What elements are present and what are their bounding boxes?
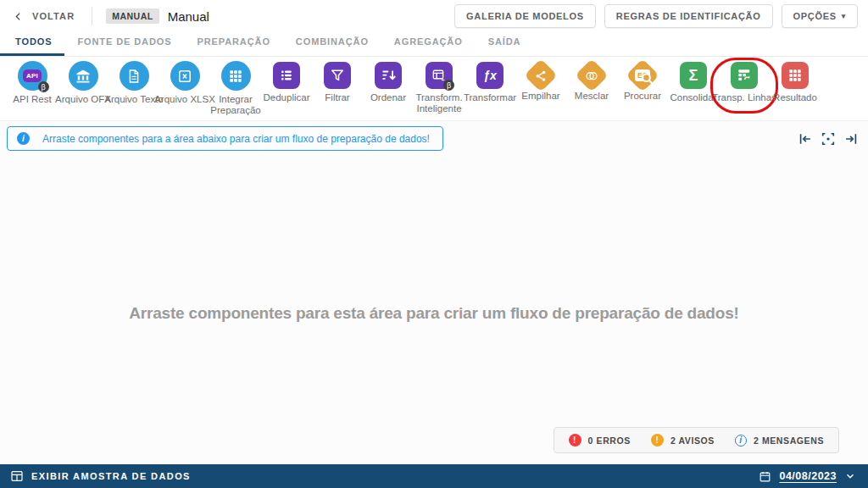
transpose-icon (731, 62, 758, 89)
tab-agregacao[interactable]: AGREGAÇÃO (381, 30, 476, 56)
smart-table-icon: β (426, 62, 453, 89)
tool-label: Procurar (624, 91, 661, 102)
info-icon: i (17, 132, 30, 145)
tool-label: Transform. Inteligente (413, 92, 465, 114)
xlsx-file-icon (170, 61, 200, 91)
status-bar: ! 0 ERROS ! 2 AVISOS i 2 MENSAGENS (554, 427, 839, 453)
tool-label: Empilhar (521, 91, 559, 102)
identification-rules-button[interactable]: REGRAS DE IDENTIFICAÇÃO (604, 4, 773, 28)
tool-mesclar[interactable]: Mesclar (566, 61, 617, 116)
tool-label: Resultado (773, 92, 817, 103)
calendar-icon (759, 470, 771, 483)
messages-label: 2 MENSAGENS (754, 435, 824, 446)
funnel-icon (324, 62, 351, 89)
tool-procurar[interactable]: EQ Procurar (617, 61, 668, 116)
tool-label: Mesclar (575, 91, 609, 102)
canvas-fit-controls (797, 130, 860, 147)
chevron-left-icon (14, 12, 23, 21)
errors-label: 0 ERROS (588, 435, 631, 446)
table-icon (10, 469, 24, 483)
warnings-status[interactable]: ! 2 AVISOS (651, 434, 715, 446)
info-row: i Arraste componentes para a área abaixo… (0, 121, 868, 155)
eq-chip-label: EQ (635, 69, 650, 81)
tool-label: Deduplicar (264, 92, 310, 103)
bottom-bar: EXIBIR AMOSTRA DE DADOS 04/08/2023 (0, 464, 868, 488)
caret-down-icon: ▾ (842, 12, 846, 20)
go-end-button[interactable] (843, 130, 860, 147)
back-button[interactable]: VOLTAR (8, 8, 80, 25)
component-toolbar: API β API Rest Arquivo OFX Arquivo Texto… (0, 57, 868, 121)
magnifier-icon (641, 72, 655, 86)
flow-canvas[interactable]: Arraste componentes para esta área para … (0, 155, 868, 464)
sigma-icon: Σ (680, 62, 707, 89)
tool-consolidar[interactable]: Σ Consolidar (668, 61, 719, 116)
tool-label: Arquivo OFX (55, 94, 111, 105)
date-selector: 04/08/2023 (759, 470, 856, 483)
show-data-sample-toggle[interactable]: EXIBIR AMOSTRA DE DADOS (10, 469, 191, 483)
stack-share-icon (524, 58, 558, 92)
fx-icon: ƒx (476, 62, 504, 89)
beta-badge: β (38, 81, 49, 92)
warning-icon: ! (651, 434, 664, 446)
tool-empilhar[interactable]: Empilhar (515, 61, 566, 116)
tool-resultado[interactable]: Resultado (770, 61, 821, 116)
tool-label: Filtrar (325, 92, 349, 103)
errors-status[interactable]: ! 0 ERROS (569, 434, 631, 446)
show-data-sample-label: EXIBIR AMOSTRA DE DADOS (31, 471, 191, 481)
tab-fonte-de-dados[interactable]: FONTE DE DADOS (64, 30, 184, 56)
tool-transform-inteligente[interactable]: β Transform. Inteligente (414, 61, 465, 116)
go-end-icon (843, 131, 859, 147)
api-chip-label: API (23, 69, 42, 82)
gallery-models-label: GALERIA DE MODELOS (466, 11, 584, 21)
app-root: VOLTAR MANUAL Manual GALERIA DE MODELOS … (0, 0, 868, 488)
tool-integrar-preparacao[interactable]: Integrar Preparação (210, 61, 261, 116)
sigma-glyph: Σ (689, 67, 698, 85)
tab-preparacao[interactable]: PREPARAÇÃO (184, 30, 282, 56)
tool-label: Transformar (464, 92, 516, 103)
tool-arquivo-texto[interactable]: Arquivo Texto (108, 61, 159, 116)
tab-saida[interactable]: SAÍDA (476, 30, 534, 56)
message-info-icon: i (735, 435, 747, 446)
messages-status[interactable]: i 2 MENSAGENS (735, 435, 824, 446)
tool-api-rest[interactable]: API β API Rest (7, 61, 58, 116)
back-label: VOLTAR (32, 11, 75, 21)
result-grid-icon (782, 62, 809, 89)
tool-transformar[interactable]: ƒx Transformar (465, 61, 515, 116)
tool-ordenar[interactable]: Ordenar (363, 61, 414, 116)
fx-glyph: ƒx (483, 69, 497, 82)
go-start-button[interactable] (797, 130, 814, 147)
tool-arquivo-xlsx[interactable]: Arquivo XLSX (159, 61, 210, 116)
sort-icon (375, 62, 402, 89)
page-title: Manual (168, 9, 209, 24)
merge-venn-icon (575, 58, 609, 92)
tab-todos[interactable]: TODOS (0, 30, 64, 56)
top-header: VOLTAR MANUAL Manual GALERIA DE MODELOS … (0, 0, 868, 30)
grid-icon (221, 61, 251, 91)
tab-combinacao[interactable]: COMBINAÇÃO (283, 30, 381, 56)
options-button[interactable]: OPÇÕES ▾ (782, 4, 859, 28)
bank-icon (69, 61, 98, 91)
tool-label: Integrar Preparação (209, 94, 262, 116)
mode-badge: MANUAL (106, 8, 159, 24)
info-banner: i Arraste componentes para a área abaixo… (7, 126, 443, 151)
tool-label: API Rest (13, 94, 51, 105)
tool-arquivo-ofx[interactable]: Arquivo OFX (58, 61, 108, 116)
tool-deduplicar[interactable]: Deduplicar (261, 61, 312, 116)
search-table-icon: EQ (626, 58, 659, 92)
beta-badge: β (443, 80, 454, 91)
fit-screen-button[interactable] (820, 130, 837, 147)
chevron-down-icon[interactable] (844, 470, 856, 482)
tool-transp-linhas[interactable]: Transp. Linhas (719, 61, 770, 116)
options-label: OPÇÕES (793, 11, 837, 21)
identification-rules-label: REGRAS DE IDENTIFICAÇÃO (616, 11, 761, 21)
warnings-label: 2 AVISOS (670, 435, 715, 446)
tool-label: Ordenar (370, 92, 406, 103)
list-icon (273, 62, 300, 89)
tool-label: Consolidar (670, 92, 717, 103)
date-value[interactable]: 04/08/2023 (779, 470, 837, 482)
tool-label: Transp. Linhas (712, 92, 776, 103)
text-file-icon (120, 61, 149, 91)
fit-screen-icon (821, 131, 836, 147)
tool-filtrar[interactable]: Filtrar (312, 61, 363, 116)
gallery-models-button[interactable]: GALERIA DE MODELOS (454, 4, 596, 28)
